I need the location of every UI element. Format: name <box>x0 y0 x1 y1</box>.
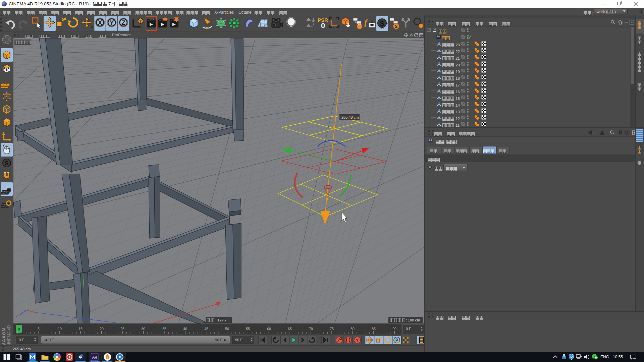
svg-text:85: 85 <box>372 327 376 331</box>
svg-text:: 100 cm: : 100 cm <box>406 318 420 322</box>
svg-text:Y: Y <box>24 298 27 301</box>
svg-text:x: x <box>36 311 37 314</box>
svg-text:0: 0 <box>321 21 325 30</box>
svg-text:z: z <box>16 314 18 318</box>
svg-text:70: 70 <box>309 327 313 331</box>
svg-text:265.48 cm: 265.48 cm <box>341 115 359 119</box>
svg-text:S: S <box>395 24 398 29</box>
svg-text:?: ? <box>356 338 359 343</box>
svg-text:P: P <box>395 338 398 343</box>
svg-text:40: 40 <box>183 327 187 331</box>
svg-text:5: 5 <box>38 327 40 331</box>
svg-text:0: 0 <box>434 28 436 31</box>
svg-text:45: 45 <box>204 327 208 331</box>
svg-text:55: 55 <box>246 327 250 331</box>
svg-text:90: 90 <box>392 327 396 331</box>
svg-text:10: 10 <box>58 327 62 331</box>
svg-text:Z: Z <box>121 19 125 26</box>
svg-text:50: 50 <box>225 327 229 331</box>
svg-text:CINEMA 4D: CINEMA 4D <box>7 325 11 347</box>
svg-text:25: 25 <box>120 327 124 331</box>
svg-text:S: S <box>5 160 8 167</box>
svg-text:35: 35 <box>162 327 166 331</box>
svg-text:MAXON: MAXON <box>1 328 6 346</box>
svg-text:80: 80 <box>351 327 355 331</box>
svg-text:20: 20 <box>100 327 104 331</box>
svg-text:15: 15 <box>78 327 83 331</box>
svg-text:75: 75 <box>330 327 334 331</box>
svg-text:X: X <box>98 19 102 26</box>
svg-text:Ae: Ae <box>92 355 97 360</box>
svg-text:65: 65 <box>288 327 292 331</box>
svg-text:f: f <box>364 18 368 27</box>
svg-text:S: S <box>380 20 384 27</box>
svg-text:30: 30 <box>141 327 145 331</box>
svg-text:0: 0 <box>18 327 20 331</box>
svg-text:: 127.7: : 127.7 <box>215 318 227 322</box>
svg-text:Y: Y <box>110 19 114 26</box>
svg-text:60: 60 <box>267 327 271 331</box>
